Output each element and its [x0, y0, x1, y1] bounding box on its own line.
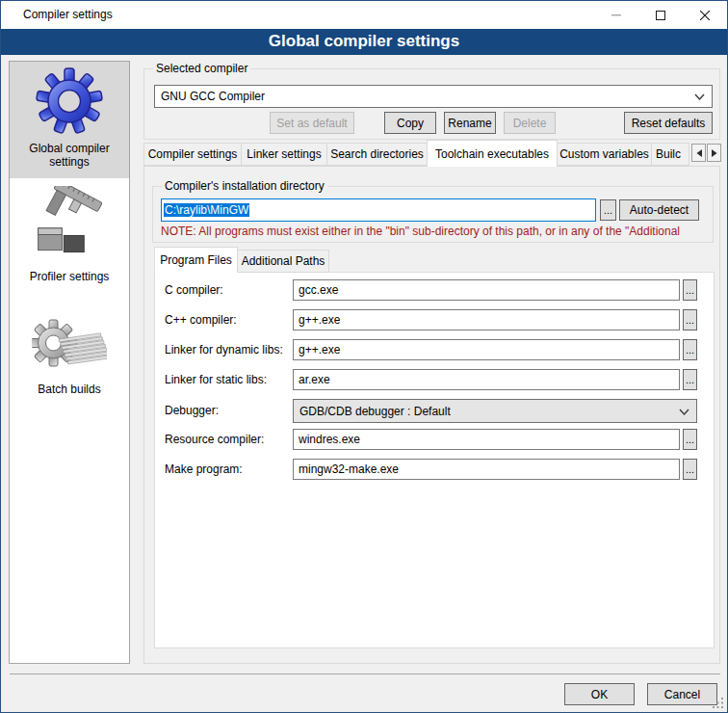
batch-builds-icon: [32, 314, 107, 376]
dynamic-linker-browse-button[interactable]: ...: [683, 339, 697, 360]
tab-scroll-right-button[interactable]: [707, 144, 721, 162]
static-linker-browse-button[interactable]: ...: [683, 369, 697, 390]
compiler-select[interactable]: GNU GCC Compiler: [154, 85, 713, 108]
install-dir-selected-text: C:\raylib\MinGW: [164, 203, 249, 217]
selected-compiler-group: Selected compiler GNU GCC Compiler Set a…: [143, 68, 720, 140]
reset-defaults-button[interactable]: Reset defaults: [624, 112, 713, 134]
debugger-label: Debugger:: [165, 400, 219, 421]
compiler-select-value: GNU GCC Compiler: [161, 90, 265, 103]
maximize-icon: [656, 11, 665, 20]
make-program-label: Make program:: [165, 459, 243, 480]
tab-scroll-left-button[interactable]: [691, 144, 706, 162]
tab-program-files[interactable]: Program Files: [154, 247, 238, 273]
footer-separator: [10, 673, 720, 674]
auto-detect-button[interactable]: Auto-detect: [619, 199, 699, 221]
install-dir-input[interactable]: C:\raylib\MinGW: [161, 198, 596, 222]
sidebar-item-global-compiler-settings[interactable]: Global compiler settings: [10, 62, 129, 178]
debugger-select-value: GDB/CDB debugger : Default: [299, 405, 451, 418]
resource-compiler-browse-button[interactable]: ...: [683, 429, 697, 450]
installation-directory-group: Compiler's installation directory C:\ray…: [152, 186, 714, 243]
dynamic-linker-label: Linker for dynamic libs:: [165, 339, 283, 360]
sidebar-item-batch-builds[interactable]: Batch builds: [10, 304, 129, 405]
compiler-settings-dialog: Compiler settings Global compiler settin…: [0, 0, 728, 713]
resource-compiler-input[interactable]: [293, 429, 680, 450]
close-button[interactable]: [683, 1, 727, 29]
install-dir-note: NOTE: All programs must exist either in …: [161, 224, 707, 240]
blue-gear-icon: [36, 67, 103, 135]
static-linker-input[interactable]: [293, 369, 680, 390]
c-compiler-input[interactable]: [293, 279, 680, 301]
set-as-default-button[interactable]: Set as default: [270, 112, 354, 134]
delete-button[interactable]: Delete: [504, 112, 556, 134]
cpp-compiler-browse-button[interactable]: ...: [683, 309, 697, 330]
banner: Global compiler settings: [1, 29, 727, 55]
arrow-left-icon: [696, 149, 702, 157]
sidebar-item-label: Profiler settings: [16, 270, 122, 283]
maximize-button[interactable]: [638, 1, 683, 29]
cancel-button[interactable]: Cancel: [647, 683, 717, 705]
chevron-down-icon: [679, 409, 689, 415]
tab-additional-paths[interactable]: Additional Paths: [237, 250, 329, 273]
tab-build-options-truncated[interactable]: Builc: [651, 143, 689, 166]
tab-search-directories[interactable]: Search directories: [326, 143, 428, 166]
make-program-browse-button[interactable]: ...: [683, 459, 697, 480]
ok-button[interactable]: OK: [564, 683, 635, 705]
sidebar-item-label: Global compiler settings: [16, 142, 122, 169]
sidebar-item-label: Batch builds: [16, 383, 122, 396]
window-title: Compiler settings: [23, 1, 113, 29]
resize-grip[interactable]: [713, 698, 724, 709]
sidebar-item-profiler-settings[interactable]: Profiler settings: [10, 184, 129, 290]
copy-button[interactable]: Copy: [384, 112, 436, 134]
rename-button[interactable]: Rename: [444, 112, 496, 134]
resource-compiler-label: Resource compiler:: [165, 429, 264, 450]
tab-linker-settings[interactable]: Linker settings: [241, 143, 327, 166]
tab-toolchain-executables[interactable]: Toolchain executables: [427, 140, 558, 167]
static-linker-label: Linker for static libs:: [165, 369, 267, 390]
minimize-icon: [611, 13, 621, 16]
selected-compiler-group-label: Selected compiler: [153, 62, 250, 76]
debugger-select[interactable]: GDB/CDB debugger : Default: [293, 399, 697, 423]
install-dir-browse-button[interactable]: ...: [600, 199, 616, 221]
page-title: Global compiler settings: [269, 32, 459, 50]
make-program-input[interactable]: [293, 459, 680, 480]
cpp-compiler-input[interactable]: [293, 309, 680, 330]
dynamic-linker-input[interactable]: [293, 339, 680, 360]
installation-directory-group-label: Compiler's installation directory: [162, 179, 327, 194]
c-compiler-label: C compiler:: [165, 279, 223, 301]
profiler-caliper-icon: [31, 186, 108, 263]
chevron-down-icon: [694, 93, 705, 100]
tab-compiler-settings[interactable]: Compiler settings: [143, 143, 242, 166]
title-bar[interactable]: Compiler settings: [1, 1, 727, 29]
cpp-compiler-label: C++ compiler:: [165, 309, 237, 330]
arrow-right-icon: [712, 149, 717, 157]
settings-category-list: Global compiler settings Profiler settin…: [9, 61, 130, 664]
tab-custom-variables[interactable]: Custom variables: [557, 143, 652, 166]
close-icon: [700, 11, 710, 20]
minimize-button[interactable]: [594, 1, 638, 29]
c-compiler-browse-button[interactable]: ...: [683, 279, 697, 301]
